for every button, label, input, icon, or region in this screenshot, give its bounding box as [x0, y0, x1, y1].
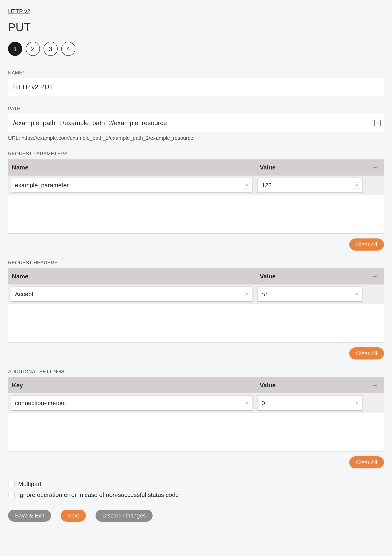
- additional-settings-table: Key Value + V V: [8, 377, 384, 451]
- variable-icon[interactable]: V: [244, 291, 250, 297]
- step-1[interactable]: 1: [8, 42, 22, 56]
- multipart-label: Multipart: [18, 480, 41, 487]
- variable-icon[interactable]: V: [244, 182, 250, 188]
- request-params-label: REQUEST PARAMETERS: [8, 151, 384, 156]
- path-help-text: URL: https://example.com/example_path_1/…: [8, 135, 384, 141]
- ignore-error-label: Ignore operation error in case of non-su…: [18, 491, 179, 498]
- headers-col-name: Name: [8, 269, 256, 284]
- settings-col-value: Value: [256, 378, 366, 393]
- request-headers-table: Name Value + V V: [8, 268, 384, 343]
- settings-col-key: Key: [8, 378, 256, 393]
- path-input[interactable]: [8, 114, 384, 132]
- next-button[interactable]: Next: [61, 510, 86, 522]
- variable-icon[interactable]: V: [354, 400, 360, 406]
- table-row: V V: [8, 394, 384, 413]
- params-clear-all-button[interactable]: Clear All: [349, 239, 384, 251]
- headers-clear-all-button[interactable]: Clear All: [349, 348, 384, 360]
- header-value-input[interactable]: [257, 286, 362, 302]
- variable-icon[interactable]: V: [374, 120, 381, 126]
- additional-settings-label: ADDITIONAL SETTINGS: [8, 369, 384, 374]
- path-help-url: https://example.com/example_path_1/examp…: [21, 135, 193, 141]
- page-title: PUT: [8, 21, 384, 34]
- param-name-input[interactable]: [11, 178, 253, 193]
- step-2[interactable]: 2: [26, 42, 40, 56]
- settings-clear-all-button[interactable]: Clear All: [349, 456, 384, 468]
- required-mark: *: [22, 70, 24, 76]
- step-3[interactable]: 3: [44, 42, 58, 56]
- path-label: PATH: [8, 106, 384, 112]
- name-label-text: NAME: [8, 70, 22, 76]
- settings-add-button[interactable]: +: [366, 378, 384, 393]
- stepper: 1 2 3 4: [8, 42, 384, 56]
- setting-value-input[interactable]: [257, 395, 362, 411]
- setting-key-input[interactable]: [11, 395, 253, 411]
- variable-icon[interactable]: V: [354, 291, 360, 297]
- name-label: NAME*: [8, 70, 384, 76]
- table-row: V V: [8, 176, 384, 195]
- step-connector: [22, 49, 26, 49]
- save-exit-button[interactable]: Save & Exit: [8, 510, 51, 522]
- request-headers-label: REQUEST HEADERS: [8, 260, 384, 265]
- params-col-value: Value: [256, 160, 366, 175]
- name-input[interactable]: [8, 78, 384, 96]
- headers-empty-area: [8, 304, 384, 342]
- path-help-prefix: URL:: [8, 135, 21, 141]
- discard-changes-button[interactable]: Discard Changes: [96, 510, 153, 522]
- params-add-button[interactable]: +: [366, 160, 384, 175]
- step-connector: [40, 49, 44, 49]
- params-empty-area: [8, 195, 384, 233]
- step-4[interactable]: 4: [61, 42, 75, 56]
- headers-col-value: Value: [256, 269, 366, 284]
- header-name-input[interactable]: [11, 286, 253, 302]
- breadcrumb-link[interactable]: HTTP v2: [8, 8, 30, 14]
- variable-icon[interactable]: V: [354, 182, 360, 188]
- settings-empty-area: [8, 413, 384, 451]
- step-connector: [58, 49, 61, 49]
- table-row: V V: [8, 285, 384, 304]
- ignore-error-checkbox[interactable]: [8, 492, 15, 498]
- params-col-name: Name: [8, 160, 256, 175]
- request-params-table: Name Value + V V: [8, 159, 384, 234]
- param-value-input[interactable]: [257, 178, 362, 193]
- headers-add-button[interactable]: +: [366, 269, 384, 284]
- multipart-checkbox[interactable]: [8, 481, 15, 487]
- variable-icon[interactable]: V: [244, 400, 250, 406]
